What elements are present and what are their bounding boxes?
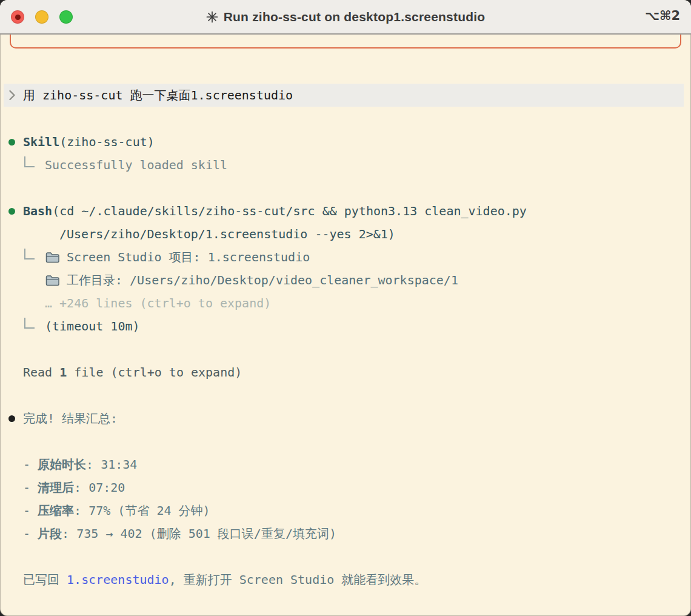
title-bar[interactable]: Run ziho-ss-cut on desktop1.screenstudio… [0,0,691,35]
window-title-text: Run ziho-ss-cut on desktop1.screenstudio [224,10,486,24]
summary-heading: 完成! 结果汇总: [23,410,118,427]
bash-output-line-1: Screen Studio 项目: 1.screenstudio [0,246,691,269]
bash-call-line-2: /Users/ziho/Desktop/1.screenstudio --yes… [0,223,691,246]
project-file-link[interactable]: 1.screenstudio [67,572,169,587]
folder-icon [45,275,59,286]
bash-collapsed-note: … +246 lines (ctrl+o to expand) [0,292,691,315]
traffic-lights [11,10,73,24]
item-value: 07:20 [88,480,125,495]
tool-bullet [8,139,23,146]
bash-output-text: 工作目录: /Users/ziho/Desktop/video_cleaner_… [67,272,458,289]
chevron-right-icon [8,89,16,102]
close-button[interactable] [11,10,24,24]
folder-icon [45,252,59,263]
terminal-content: 用 ziho-ss-cut 跑一下桌面1.screenstudio Skill(… [0,35,691,591]
bash-tool-block: Bash(cd ~/.claude/skills/ziho-ss-cut/src… [0,199,691,338]
bash-call-line-1: Bash(cd ~/.claude/skills/ziho-ss-cut/src… [0,199,691,223]
item-label: 片段 [38,526,62,542]
bash-output-line-2: 工作目录: /Users/ziho/Desktop/video_cleaner_… [0,269,691,292]
list-item: - 片段: 735 → 402 (删除 501 段口误/重复/填充词) [0,522,691,545]
bash-output-text: Screen Studio 项目: 1.screenstudio [67,249,310,266]
read-status-line: Read 1 file (ctrl+o to expand) [0,361,691,384]
terminal-window: Run ziho-ss-cut on desktop1.screenstudio… [0,0,691,616]
zoom-button[interactable] [59,10,73,24]
bash-timeout-text: (timeout 10m) [45,319,140,333]
elbow-connector-icon [24,249,35,259]
skill-result-text: Successfully loaded skill [45,158,227,172]
bash-timeout-line: (timeout 10m) [0,315,691,338]
item-value: 735 → 402 (删除 501 段口误/重复/填充词) [76,526,336,542]
window-title: Run ziho-ss-cut on desktop1.screenstudio [206,10,486,24]
summary-list: - 原始时长: 31:34 - 清理后: 07:20 - 压缩率: 77% (节… [0,453,691,545]
list-item: - 清理后: 07:20 [0,476,691,499]
item-value: 77% (节省 24 分钟) [88,503,210,519]
asterisk-icon [206,11,218,23]
skill-tool-block: Skill(ziho-ss-cut) Successfully loaded s… [0,130,691,176]
item-label: 清理后 [38,480,74,496]
summary-heading-line: 完成! 结果汇总: [0,407,691,430]
read-file-count: 1 [59,365,67,380]
item-label: 原始时长 [38,457,86,473]
elbow-connector-icon [24,318,35,329]
green-dot-icon [8,208,15,215]
elbow-connector-icon [24,156,35,167]
item-label: 压缩率 [38,503,74,519]
tool-args: (ziho-ss-cut) [59,135,155,149]
tool-name: Bash [23,204,52,218]
tool-name: Skill [23,135,59,149]
tool-bullet [8,208,23,215]
summary-footer-line: 已写回 1.screenstudio, 重新打开 Screen Studio 就… [0,568,691,591]
skill-call-line: Skill(ziho-ss-cut) [0,130,691,153]
user-prompt: 用 ziho-ss-cut 跑一下桌面1.screenstudio [4,84,684,107]
skill-result-line: Successfully loaded skill [0,153,691,176]
tool-args: (cd ~/.claude/skills/ziho-ss-cut/src && … [52,204,527,218]
list-item: - 原始时长: 31:34 [0,453,691,476]
green-dot-icon [8,139,15,146]
tab-shortcut-label: ⌥⌘2 [645,8,680,23]
minimize-button[interactable] [35,10,48,24]
item-value: 31:34 [101,457,137,472]
assistant-bullet [8,415,23,422]
input-box-remnant[interactable] [10,35,681,49]
dark-dot-icon [8,415,15,422]
list-item: - 压缩率: 77% (节省 24 分钟) [0,499,691,522]
user-prompt-text: 用 ziho-ss-cut 跑一下桌面1.screenstudio [23,87,293,104]
